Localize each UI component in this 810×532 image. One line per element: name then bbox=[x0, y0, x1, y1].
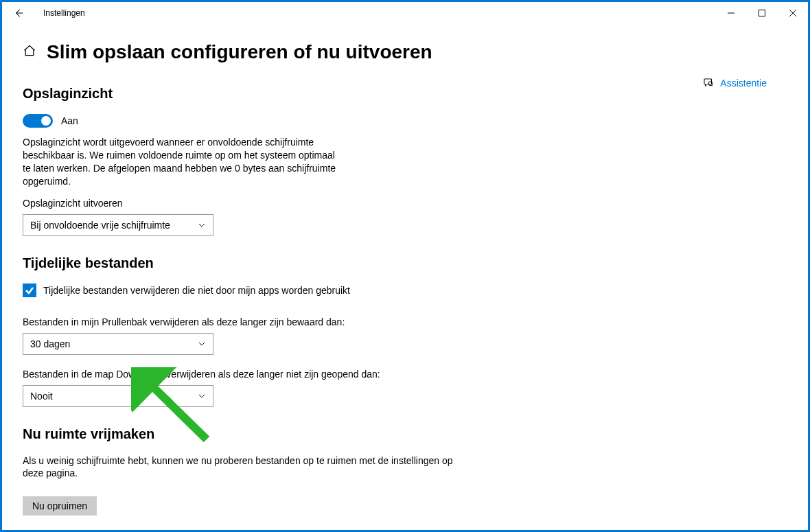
chevron-down-icon bbox=[198, 221, 206, 229]
dropdown-value: Nooit bbox=[30, 391, 53, 402]
back-button[interactable] bbox=[8, 2, 30, 24]
chevron-down-icon bbox=[198, 392, 206, 400]
recycle-bin-dropdown[interactable]: 30 dagen bbox=[23, 333, 213, 355]
chat-help-icon bbox=[702, 77, 715, 89]
clean-now-button[interactable]: Nu opruimen bbox=[23, 496, 97, 516]
section-title-storage-sense: Opslaginzicht bbox=[23, 86, 469, 102]
close-button[interactable] bbox=[777, 2, 808, 24]
page-header: Slim opslaan configureren of nu uitvoere… bbox=[2, 24, 808, 70]
minimize-icon bbox=[728, 10, 734, 16]
chevron-down-icon bbox=[198, 340, 206, 348]
storage-sense-description: Opslaginzicht wordt uitgevoerd wanneer e… bbox=[23, 136, 345, 188]
svg-rect-0 bbox=[759, 10, 765, 16]
dropdown-value: Bij onvoldoende vrije schijfruimte bbox=[30, 220, 170, 231]
minimize-button[interactable] bbox=[715, 2, 746, 24]
checkbox-label: Tijdelijke bestanden verwijderen die nie… bbox=[43, 285, 350, 296]
run-storage-sense-dropdown[interactable]: Bij onvoldoende vrije schijfruimte bbox=[23, 214, 213, 236]
dropdown-value: 30 dagen bbox=[30, 338, 70, 349]
arrow-left-icon bbox=[14, 8, 23, 18]
checkbox-row: Tijdelijke bestanden verwijderen die nie… bbox=[23, 284, 469, 297]
page-title: Slim opslaan configureren of nu uitvoere… bbox=[47, 41, 432, 63]
toggle-label: Aan bbox=[61, 115, 78, 126]
app-title: Instellingen bbox=[43, 8, 85, 18]
recycle-bin-label: Bestanden in mijn Prullenbak verwijderen… bbox=[23, 316, 469, 327]
assistance-link-row: Assistentie bbox=[702, 77, 767, 89]
button-label: Nu opruimen bbox=[32, 500, 87, 511]
maximize-icon bbox=[759, 10, 765, 16]
run-storage-sense-label: Opslaginzicht uitvoeren bbox=[23, 198, 469, 209]
home-icon[interactable] bbox=[23, 44, 36, 60]
checkmark-icon bbox=[25, 286, 34, 295]
svg-point-1 bbox=[708, 82, 713, 86]
downloads-label: Bestanden in de map Downloads verwijdere… bbox=[23, 369, 469, 380]
delete-temp-files-checkbox[interactable] bbox=[23, 284, 36, 297]
storage-sense-toggle[interactable] bbox=[23, 114, 53, 128]
free-space-description: Als u weinig schijfruimte hebt, kunnen w… bbox=[23, 454, 469, 481]
window-controls bbox=[715, 2, 808, 24]
maximize-button[interactable] bbox=[746, 2, 777, 24]
titlebar: Instellingen bbox=[2, 2, 808, 24]
downloads-dropdown[interactable]: Nooit bbox=[23, 385, 213, 407]
assistance-link[interactable]: Assistentie bbox=[720, 78, 767, 89]
section-title-free-space: Nu ruimte vrijmaken bbox=[23, 426, 469, 442]
toggle-row: Aan bbox=[23, 114, 469, 128]
section-title-temp-files: Tijdelijke bestanden bbox=[23, 255, 469, 271]
main-column: Opslaginzicht Aan Opslaginzicht wordt ui… bbox=[23, 76, 469, 516]
close-icon bbox=[789, 10, 796, 16]
